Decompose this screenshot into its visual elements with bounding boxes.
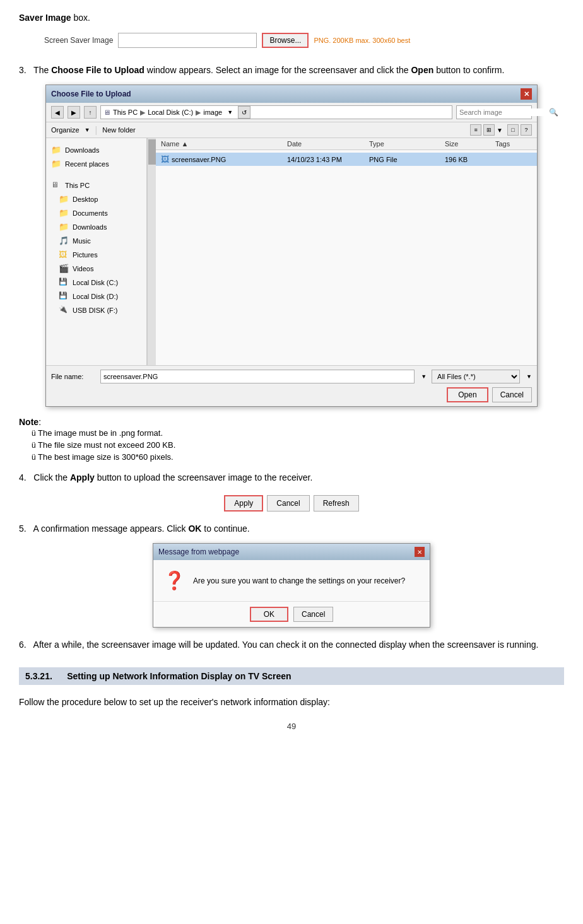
new-folder-button[interactable]: New folder	[102, 126, 136, 134]
step-5: 5. A confirmation message appears. Click…	[19, 522, 564, 628]
local-d-icon: 💾	[59, 291, 69, 301]
dialog-cancel-button[interactable]: Cancel	[492, 387, 532, 402]
sidebar-local-d-label: Local Disk (D:)	[73, 293, 118, 300]
file-list: 🖼 screensaver.PNG 14/10/23 1:43 PM PNG F…	[156, 150, 537, 365]
search-input[interactable]	[459, 108, 546, 116]
step-5-number: 5.	[19, 523, 26, 534]
path-bar: 🖥 This PC ▶ Local Disk (C:) ▶ image ▼ ↺	[100, 105, 452, 119]
sidebar-item-local-c[interactable]: 💾 Local Disk (C:)	[46, 276, 146, 289]
col-header-type[interactable]: Type	[369, 140, 445, 148]
actions-bar: Organize ▼ | New folder ≡ ⊞ ▼ □ ?	[46, 122, 537, 138]
path-dropdown-arrow[interactable]: ▼	[227, 109, 233, 115]
page-number: 49	[19, 722, 564, 731]
png-hint: PNG. 200KB max. 300x60 best	[314, 37, 410, 44]
view-dropdown-arrow[interactable]: ▼	[497, 127, 503, 134]
sidebar-item-usb[interactable]: 🔌 USB DISK (F:)	[46, 303, 146, 317]
sidebar-videos-label: Videos	[73, 265, 93, 272]
ok-button[interactable]: OK	[250, 607, 288, 622]
filename-input[interactable]	[100, 370, 415, 383]
music-icon: 🎵	[59, 236, 69, 246]
pictures-icon: 🖼	[59, 250, 69, 260]
sidebar-scrollbar[interactable]	[147, 138, 156, 365]
file-size: 196 KB	[445, 156, 495, 163]
dialog-title: Choose File to Upload	[51, 90, 131, 98]
step-3: 3. The Choose File to Upload window appe…	[19, 63, 564, 407]
intro-bold: Saver Image	[19, 13, 71, 23]
sidebar-item-local-d[interactable]: 💾 Local Disk (D:)	[46, 289, 146, 303]
path-local-disk[interactable]: Local Disk (C:)	[148, 108, 193, 116]
col-header-date[interactable]: Date	[287, 140, 369, 148]
apply-buttons-row: Apply Cancel Refresh	[19, 495, 564, 512]
sidebar-item-downloads[interactable]: 📁 Downloads	[46, 143, 146, 157]
cancel-small-button[interactable]: Cancel	[267, 495, 309, 512]
sidebar-usb-label: USB DISK (F:)	[73, 307, 118, 314]
screen-saver-input[interactable]	[118, 33, 257, 48]
msg-close-button[interactable]: ✕	[415, 547, 425, 557]
msg-body: ❓ Are you sure you want to change the se…	[153, 560, 430, 601]
refresh-button[interactable]: Refresh	[314, 495, 359, 512]
step-3-bold2: Open	[411, 65, 433, 75]
downloads2-icon: 📁	[59, 222, 69, 232]
search-box: 🔍	[456, 105, 532, 119]
msg-cancel-button[interactable]: Cancel	[293, 607, 333, 622]
dialog-close-button[interactable]: ✕	[521, 88, 532, 100]
msg-text: Are you sure you want to change the sett…	[193, 576, 420, 585]
filename-row: File name: ▼ All Files (*.*) ▼	[51, 370, 532, 383]
sidebar-item-downloads2[interactable]: 📁 Downloads	[46, 220, 146, 234]
screen-saver-row: Screen Saver Image Browse... PNG. 200KB …	[44, 33, 564, 48]
step-4-text: 4. Click the Apply button to upload the …	[19, 471, 564, 484]
path-this-pc[interactable]: This PC	[113, 108, 138, 116]
sidebar-item-desktop[interactable]: 📁 Desktop	[46, 192, 146, 206]
sidebar-item-recent[interactable]: 📁 Recent places	[46, 157, 146, 171]
open-button[interactable]: Open	[447, 387, 488, 402]
sidebar-item-pictures[interactable]: 🖼 Pictures	[46, 248, 146, 262]
help-button[interactable]: ?	[521, 124, 532, 136]
organize-button[interactable]: Organize	[51, 126, 80, 134]
nav-refresh-path-button[interactable]: ↺	[238, 106, 250, 119]
sidebar-item-videos[interactable]: 🎬 Videos	[46, 262, 146, 276]
filename-dropdown[interactable]: ▼	[421, 373, 427, 380]
view-icon-button[interactable]: ⊞	[483, 124, 495, 136]
step-6-number: 6.	[19, 640, 26, 650]
path-sep2: ▶	[196, 108, 201, 117]
view-preview-button[interactable]: □	[507, 124, 519, 136]
sidebar-scrollbar-thumb[interactable]	[148, 139, 156, 165]
msg-title: Message from webpage	[158, 547, 239, 556]
sidebar-this-pc-label: This PC	[65, 182, 90, 189]
message-dialog: Message from webpage ✕ ❓ Are you sure yo…	[153, 543, 430, 628]
step-3-number: 3.	[19, 65, 26, 75]
path-this-pc-icon: 🖥	[103, 108, 110, 116]
dialog-titlebar: Choose File to Upload ✕	[46, 85, 537, 103]
table-row[interactable]: 🖼 screensaver.PNG 14/10/23 1:43 PM PNG F…	[156, 153, 537, 166]
sidebar-downloads2-label: Downloads	[73, 223, 107, 231]
sidebar-item-this-pc[interactable]: 🖥 This PC	[46, 178, 146, 192]
view-list-button[interactable]: ≡	[470, 124, 481, 136]
browse-button[interactable]: Browse...	[262, 33, 309, 48]
step-5-bold: OK	[188, 523, 201, 534]
nav-back-button[interactable]: ◀	[51, 106, 64, 119]
sidebar-desktop-label: Desktop	[73, 196, 98, 203]
sidebar-item-music[interactable]: 🎵 Music	[46, 234, 146, 248]
step-3-bold1: Choose File to Upload	[51, 65, 144, 75]
list-item: The image must be in .png format.	[32, 427, 564, 439]
recent-icon: 📁	[51, 159, 61, 169]
screen-saver-label: Screen Saver Image	[44, 36, 113, 45]
col-header-size[interactable]: Size	[445, 140, 495, 148]
filetype-dropdown[interactable]: ▼	[526, 373, 532, 380]
path-image[interactable]: image	[203, 108, 222, 116]
dialog-body: 📁 Downloads 📁 Recent places 🖥 This PC 📁	[46, 138, 537, 365]
nav-up-button[interactable]: ↑	[84, 106, 97, 119]
filetype-select[interactable]: All Files (*.*)	[432, 370, 520, 383]
search-icon: 🔍	[549, 108, 558, 117]
path-sep1: ▶	[140, 108, 145, 117]
dialog-footer: File name: ▼ All Files (*.*) ▼ Open Canc…	[46, 365, 537, 406]
nav-forward-button[interactable]: ▶	[68, 106, 80, 119]
sidebar-item-documents[interactable]: 📁 Documents	[46, 206, 146, 220]
view-icons: ≡ ⊞ ▼ □ ?	[470, 124, 532, 136]
section-title: Setting up Network Information Display o…	[67, 671, 292, 681]
file-icon: 🖼	[161, 155, 169, 164]
apply-button[interactable]: Apply	[224, 495, 263, 512]
this-pc-icon: 🖥	[51, 180, 61, 190]
col-header-name[interactable]: Name ▲	[161, 140, 287, 148]
col-header-tags[interactable]: Tags	[495, 140, 532, 148]
